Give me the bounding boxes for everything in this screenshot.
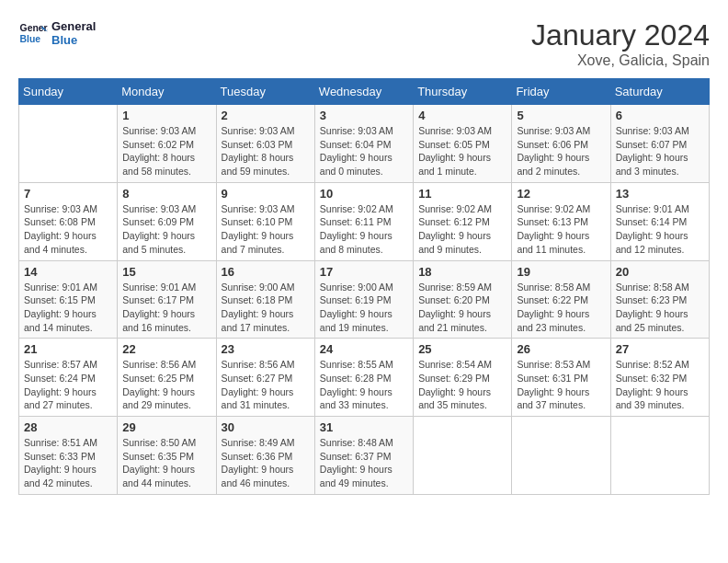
day-info: Sunrise: 8:58 AM Sunset: 6:22 PM Dayligh… [517,281,605,335]
day-info: Sunrise: 9:02 AM Sunset: 6:11 PM Dayligh… [320,202,408,257]
day-number: 25 [418,342,506,356]
calendar-cell: 3 Sunrise: 9:03 AM Sunset: 6:04 PM Dayli… [314,105,413,183]
calendar-cell: 4 Sunrise: 9:03 AM Sunset: 6:05 PM Dayli… [414,105,512,183]
day-info: Sunrise: 8:58 AM Sunset: 6:23 PM Dayligh… [616,281,704,335]
sunrise-label: Sunrise: 9:00 AM [222,282,295,293]
sunrise-label: Sunrise: 9:00 AM [320,282,393,293]
day-info: Sunrise: 8:56 AM Sunset: 6:25 PM Dayligh… [122,358,210,412]
sunset-label: Sunset: 6:05 PM [418,139,490,150]
day-number: 20 [616,265,704,279]
sunset-label: Sunset: 6:36 PM [222,451,293,462]
day-number: 6 [616,109,704,122]
sunrise-label: Sunrise: 9:03 AM [517,125,590,136]
sunrise-label: Sunrise: 8:58 AM [616,282,689,293]
daylight-label: Daylight: 8 hours and 58 minutes. [122,152,195,177]
calendar-week-row: 21 Sunrise: 8:57 AM Sunset: 6:24 PM Dayl… [19,339,710,417]
sunrise-label: Sunrise: 9:02 AM [320,203,393,214]
day-info: Sunrise: 8:54 AM Sunset: 6:29 PM Dayligh… [418,358,506,412]
daylight-label: Daylight: 9 hours and 35 minutes. [418,386,491,411]
day-info: Sunrise: 9:00 AM Sunset: 6:19 PM Dayligh… [320,281,408,335]
day-number: 24 [320,342,408,356]
day-info: Sunrise: 9:03 AM Sunset: 6:10 PM Dayligh… [222,202,310,257]
daylight-label: Daylight: 9 hours and 16 minutes. [122,308,195,333]
daylight-label: Daylight: 9 hours and 33 minutes. [320,386,392,411]
calendar-week-row: 14 Sunrise: 9:01 AM Sunset: 6:15 PM Dayl… [19,260,710,339]
weekday-header: Tuesday [216,79,314,105]
daylight-label: Daylight: 9 hours and 8 minutes. [320,230,392,255]
calendar-cell: 5 Sunrise: 9:03 AM Sunset: 6:06 PM Dayli… [512,105,610,183]
sunset-label: Sunset: 6:22 PM [517,294,588,305]
calendar-cell: 10 Sunrise: 9:02 AM Sunset: 6:11 PM Dayl… [314,182,413,260]
logo-blue-text: Blue [51,33,96,47]
day-info: Sunrise: 9:03 AM Sunset: 6:03 PM Dayligh… [222,124,310,178]
sunset-label: Sunset: 6:33 PM [24,451,96,462]
daylight-label: Daylight: 9 hours and 19 minutes. [320,308,392,333]
weekday-header: Sunday [19,79,118,105]
day-number: 29 [122,420,210,434]
calendar-cell: 27 Sunrise: 8:52 AM Sunset: 6:32 PM Dayl… [610,339,709,417]
sunset-label: Sunset: 6:37 PM [320,451,392,462]
calendar-cell: 13 Sunrise: 9:01 AM Sunset: 6:14 PM Dayl… [610,182,709,260]
day-info: Sunrise: 9:01 AM Sunset: 6:15 PM Dayligh… [24,281,112,335]
sunrise-label: Sunrise: 9:03 AM [222,203,295,214]
sunrise-label: Sunrise: 8:54 AM [418,359,492,370]
daylight-label: Daylight: 9 hours and 42 minutes. [24,464,97,488]
sunset-label: Sunset: 6:07 PM [616,139,688,150]
location-subtitle: Xove, Galicia, Spain [531,52,710,69]
day-info: Sunrise: 8:57 AM Sunset: 6:24 PM Dayligh… [24,358,112,412]
sunrise-label: Sunrise: 9:03 AM [418,125,492,136]
calendar-week-row: 1 Sunrise: 9:03 AM Sunset: 6:02 PM Dayli… [19,105,710,183]
day-number: 4 [418,109,506,122]
day-number: 31 [320,420,408,434]
sunrise-label: Sunrise: 9:03 AM [24,203,97,214]
svg-text:Blue: Blue [20,34,41,44]
daylight-label: Daylight: 9 hours and 3 minutes. [616,152,688,177]
day-info: Sunrise: 9:01 AM Sunset: 6:14 PM Dayligh… [616,202,704,257]
calendar-cell: 2 Sunrise: 9:03 AM Sunset: 6:03 PM Dayli… [216,105,314,183]
day-info: Sunrise: 8:52 AM Sunset: 6:32 PM Dayligh… [616,358,704,412]
sunset-label: Sunset: 6:13 PM [517,216,588,227]
day-info: Sunrise: 9:03 AM Sunset: 6:06 PM Dayligh… [517,124,605,178]
calendar-cell: 28 Sunrise: 8:51 AM Sunset: 6:33 PM Dayl… [19,417,118,495]
daylight-label: Daylight: 9 hours and 23 minutes. [517,308,589,333]
sunset-label: Sunset: 6:31 PM [517,373,588,384]
day-number: 18 [418,265,506,279]
day-info: Sunrise: 9:03 AM Sunset: 6:08 PM Dayligh… [24,202,112,257]
calendar-cell [512,417,610,495]
calendar-cell: 31 Sunrise: 8:48 AM Sunset: 6:37 PM Dayl… [314,417,413,495]
daylight-label: Daylight: 9 hours and 0 minutes. [320,152,392,177]
sunset-label: Sunset: 6:27 PM [222,373,293,384]
daylight-label: Daylight: 9 hours and 7 minutes. [222,230,294,255]
calendar-cell: 22 Sunrise: 8:56 AM Sunset: 6:25 PM Dayl… [118,339,216,417]
calendar-cell: 1 Sunrise: 9:03 AM Sunset: 6:02 PM Dayli… [118,105,216,183]
day-info: Sunrise: 9:03 AM Sunset: 6:05 PM Dayligh… [418,124,506,178]
sunrise-label: Sunrise: 8:52 AM [616,359,689,370]
day-number: 19 [517,265,605,279]
day-number: 17 [320,265,408,279]
calendar-cell: 24 Sunrise: 8:55 AM Sunset: 6:28 PM Dayl… [314,339,413,417]
daylight-label: Daylight: 9 hours and 14 minutes. [24,308,97,333]
sunrise-label: Sunrise: 9:03 AM [122,203,196,214]
day-number: 1 [122,109,210,122]
calendar-cell: 20 Sunrise: 8:58 AM Sunset: 6:23 PM Dayl… [610,260,709,339]
calendar-cell: 7 Sunrise: 9:03 AM Sunset: 6:08 PM Dayli… [19,182,118,260]
day-info: Sunrise: 9:02 AM Sunset: 6:12 PM Dayligh… [418,202,506,257]
day-number: 7 [24,187,112,201]
sunset-label: Sunset: 6:09 PM [122,216,194,227]
calendar-cell: 30 Sunrise: 8:49 AM Sunset: 6:36 PM Dayl… [216,417,314,495]
calendar-cell: 21 Sunrise: 8:57 AM Sunset: 6:24 PM Dayl… [19,339,118,417]
day-number: 16 [222,265,310,279]
sunset-label: Sunset: 6:35 PM [122,451,194,462]
sunrise-label: Sunrise: 9:03 AM [122,125,196,136]
daylight-label: Daylight: 9 hours and 31 minutes. [222,386,294,411]
calendar-week-row: 7 Sunrise: 9:03 AM Sunset: 6:08 PM Dayli… [19,182,710,260]
daylight-label: Daylight: 9 hours and 21 minutes. [418,308,491,333]
title-block: January 2024 Xove, Galicia, Spain [531,18,710,69]
day-info: Sunrise: 9:00 AM Sunset: 6:18 PM Dayligh… [222,281,310,335]
sunrise-label: Sunrise: 8:57 AM [24,359,97,370]
day-number: 9 [222,187,310,201]
sunset-label: Sunset: 6:12 PM [418,216,490,227]
calendar-cell: 23 Sunrise: 8:56 AM Sunset: 6:27 PM Dayl… [216,339,314,417]
day-number: 26 [517,342,605,356]
daylight-label: Daylight: 9 hours and 4 minutes. [24,230,97,255]
